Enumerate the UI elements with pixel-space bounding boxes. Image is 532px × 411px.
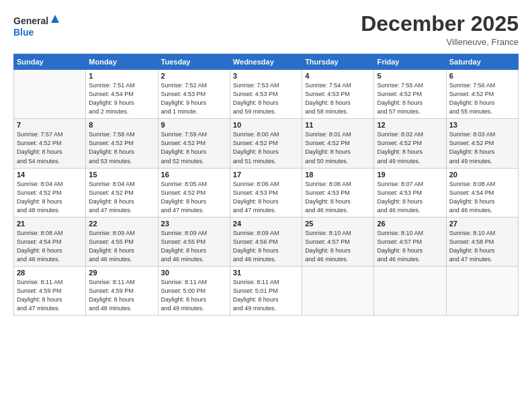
calendar-day-cell: 28Sunrise: 8:11 AMSunset: 4:59 PMDayligh…	[14, 266, 86, 315]
col-header-friday: Friday	[374, 54, 446, 70]
calendar-week-row: 28Sunrise: 8:11 AMSunset: 4:59 PMDayligh…	[14, 266, 519, 315]
day-number: 16	[161, 171, 227, 179]
calendar-day-cell: 27Sunrise: 8:10 AMSunset: 4:58 PMDayligh…	[446, 217, 518, 266]
calendar-day-cell: 2Sunrise: 7:52 AMSunset: 4:53 PMDaylight…	[158, 70, 230, 119]
calendar-day-cell: 31Sunrise: 8:11 AMSunset: 5:01 PMDayligh…	[230, 266, 302, 315]
day-info: Sunrise: 8:09 AMSunset: 4:55 PMDaylight:…	[161, 229, 227, 264]
day-info: Sunrise: 8:08 AMSunset: 4:54 PMDaylight:…	[17, 229, 83, 264]
calendar-day-cell: 18Sunrise: 8:06 AMSunset: 4:53 PMDayligh…	[302, 168, 374, 217]
calendar-week-row: 14Sunrise: 8:04 AMSunset: 4:52 PMDayligh…	[14, 168, 519, 217]
day-info: Sunrise: 8:10 AMSunset: 4:57 PMDaylight:…	[305, 229, 371, 264]
calendar-day-cell: 26Sunrise: 8:10 AMSunset: 4:57 PMDayligh…	[374, 217, 446, 266]
calendar-day-cell: 20Sunrise: 8:08 AMSunset: 4:54 PMDayligh…	[446, 168, 518, 217]
day-info: Sunrise: 7:59 AMSunset: 4:52 PMDaylight:…	[161, 130, 227, 165]
day-number: 1	[89, 72, 154, 80]
day-number: 21	[17, 220, 83, 228]
day-number: 19	[377, 171, 443, 179]
day-number: 12	[377, 121, 443, 129]
calendar-day-cell: 29Sunrise: 8:11 AMSunset: 4:59 PMDayligh…	[86, 266, 158, 315]
day-info: Sunrise: 7:58 AMSunset: 4:52 PMDaylight:…	[89, 130, 154, 165]
calendar-day-cell	[446, 266, 518, 315]
day-number: 23	[161, 220, 227, 228]
day-info: Sunrise: 7:53 AMSunset: 4:53 PMDaylight:…	[233, 81, 299, 116]
title-block: December 2025 Villeneuve, France	[361, 12, 519, 47]
logo: General Blue	[13, 12, 60, 39]
calendar-day-cell: 10Sunrise: 8:00 AMSunset: 4:52 PMDayligh…	[230, 119, 302, 168]
day-info: Sunrise: 8:11 AMSunset: 4:59 PMDaylight:…	[17, 278, 83, 313]
svg-text:Blue: Blue	[13, 27, 34, 38]
calendar-day-cell: 1Sunrise: 7:51 AMSunset: 4:54 PMDaylight…	[86, 70, 158, 119]
day-number: 8	[89, 121, 154, 129]
day-number: 31	[233, 269, 299, 277]
day-number: 28	[17, 269, 83, 277]
day-number: 10	[233, 121, 299, 129]
day-info: Sunrise: 7:55 AMSunset: 4:52 PMDaylight:…	[377, 81, 443, 116]
col-header-thursday: Thursday	[302, 54, 374, 70]
day-number: 27	[449, 220, 515, 228]
day-info: Sunrise: 8:11 AMSunset: 5:01 PMDaylight:…	[233, 278, 299, 313]
calendar-day-cell: 25Sunrise: 8:10 AMSunset: 4:57 PMDayligh…	[302, 217, 374, 266]
col-header-wednesday: Wednesday	[230, 54, 302, 70]
calendar-day-cell: 23Sunrise: 8:09 AMSunset: 4:55 PMDayligh…	[158, 217, 230, 266]
day-info: Sunrise: 7:51 AMSunset: 4:54 PMDaylight:…	[89, 81, 154, 116]
day-number: 24	[233, 220, 299, 228]
day-number: 5	[377, 72, 443, 80]
page: General Blue December 2025 Villeneuve, F…	[0, 0, 532, 411]
calendar-day-cell: 9Sunrise: 7:59 AMSunset: 4:52 PMDaylight…	[158, 119, 230, 168]
day-info: Sunrise: 7:56 AMSunset: 4:52 PMDaylight:…	[449, 81, 515, 116]
calendar-day-cell: 24Sunrise: 8:09 AMSunset: 4:56 PMDayligh…	[230, 217, 302, 266]
day-info: Sunrise: 8:06 AMSunset: 4:53 PMDaylight:…	[233, 180, 299, 215]
day-info: Sunrise: 7:54 AMSunset: 4:53 PMDaylight:…	[305, 81, 371, 116]
day-info: Sunrise: 8:09 AMSunset: 4:55 PMDaylight:…	[89, 229, 154, 264]
calendar-day-cell: 21Sunrise: 8:08 AMSunset: 4:54 PMDayligh…	[14, 217, 86, 266]
day-number: 25	[305, 220, 371, 228]
col-header-monday: Monday	[86, 54, 158, 70]
day-info: Sunrise: 8:07 AMSunset: 4:53 PMDaylight:…	[377, 180, 443, 215]
day-number: 13	[449, 121, 515, 129]
day-info: Sunrise: 8:08 AMSunset: 4:54 PMDaylight:…	[449, 180, 515, 215]
calendar-day-cell	[302, 266, 374, 315]
calendar-day-cell: 7Sunrise: 7:57 AMSunset: 4:52 PMDaylight…	[14, 119, 86, 168]
calendar-week-row: 21Sunrise: 8:08 AMSunset: 4:54 PMDayligh…	[14, 217, 519, 266]
calendar-day-cell: 22Sunrise: 8:09 AMSunset: 4:55 PMDayligh…	[86, 217, 158, 266]
day-number: 9	[161, 121, 227, 129]
month-title: December 2025	[361, 12, 519, 36]
logo-svg: General Blue	[13, 12, 60, 39]
day-number: 3	[233, 72, 299, 80]
day-number: 4	[305, 72, 371, 80]
day-number: 11	[305, 121, 371, 129]
day-info: Sunrise: 8:06 AMSunset: 4:53 PMDaylight:…	[305, 180, 371, 215]
day-number: 29	[89, 269, 154, 277]
svg-marker-1	[51, 15, 59, 23]
calendar-day-cell: 14Sunrise: 8:04 AMSunset: 4:52 PMDayligh…	[14, 168, 86, 217]
day-number: 22	[89, 220, 154, 228]
calendar-day-cell: 5Sunrise: 7:55 AMSunset: 4:52 PMDaylight…	[374, 70, 446, 119]
day-info: Sunrise: 7:52 AMSunset: 4:53 PMDaylight:…	[161, 81, 227, 116]
calendar-day-cell: 6Sunrise: 7:56 AMSunset: 4:52 PMDaylight…	[446, 70, 518, 119]
calendar-day-cell: 12Sunrise: 8:02 AMSunset: 4:52 PMDayligh…	[374, 119, 446, 168]
calendar-table: SundayMondayTuesdayWednesdayThursdayFrid…	[13, 54, 519, 316]
col-header-sunday: Sunday	[14, 54, 86, 70]
day-info: Sunrise: 8:04 AMSunset: 4:52 PMDaylight:…	[17, 180, 83, 215]
svg-text:General: General	[13, 15, 48, 26]
day-info: Sunrise: 8:02 AMSunset: 4:52 PMDaylight:…	[377, 130, 443, 165]
day-number: 14	[17, 171, 83, 179]
col-header-tuesday: Tuesday	[158, 54, 230, 70]
calendar-day-cell: 4Sunrise: 7:54 AMSunset: 4:53 PMDaylight…	[302, 70, 374, 119]
calendar-day-cell: 19Sunrise: 8:07 AMSunset: 4:53 PMDayligh…	[374, 168, 446, 217]
day-info: Sunrise: 8:01 AMSunset: 4:52 PMDaylight:…	[305, 130, 371, 165]
col-header-saturday: Saturday	[446, 54, 518, 70]
location-subtitle: Villeneuve, France	[361, 37, 519, 47]
calendar-day-cell: 3Sunrise: 7:53 AMSunset: 4:53 PMDaylight…	[230, 70, 302, 119]
day-info: Sunrise: 8:05 AMSunset: 4:52 PMDaylight:…	[161, 180, 227, 215]
day-info: Sunrise: 8:10 AMSunset: 4:57 PMDaylight:…	[377, 229, 443, 264]
day-info: Sunrise: 8:00 AMSunset: 4:52 PMDaylight:…	[233, 130, 299, 165]
day-number: 26	[377, 220, 443, 228]
day-number: 2	[161, 72, 227, 80]
day-info: Sunrise: 8:10 AMSunset: 4:58 PMDaylight:…	[449, 229, 515, 264]
calendar-day-cell	[14, 70, 86, 119]
calendar-week-row: 1Sunrise: 7:51 AMSunset: 4:54 PMDaylight…	[14, 70, 519, 119]
day-number: 18	[305, 171, 371, 179]
calendar-week-row: 7Sunrise: 7:57 AMSunset: 4:52 PMDaylight…	[14, 119, 519, 168]
calendar-header-row: SundayMondayTuesdayWednesdayThursdayFrid…	[14, 54, 519, 70]
